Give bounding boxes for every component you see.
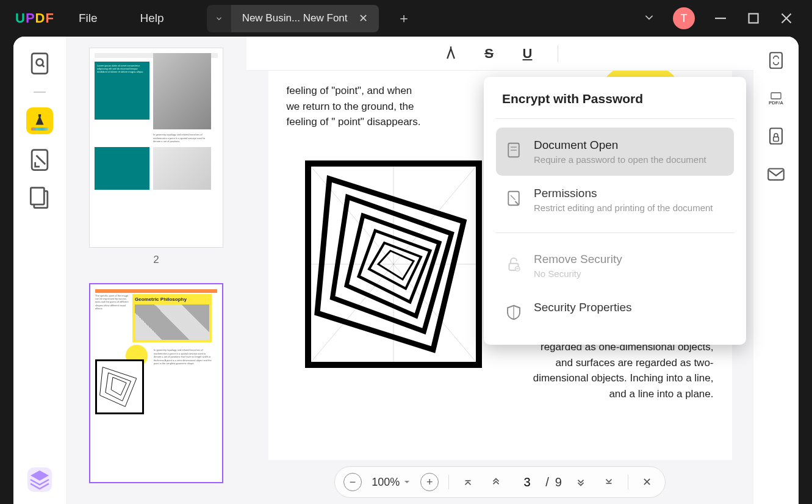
tab-group: New Busin... New Font ✕ ＋: [207, 0, 411, 37]
svg-rect-11: [770, 52, 782, 68]
total-pages: 9: [555, 475, 562, 489]
convert-icon[interactable]: [766, 50, 786, 71]
encrypt-panel: Encrypt with Password Document Open Requ…: [484, 77, 746, 345]
tab-active[interactable]: New Busin... New Font ✕: [231, 5, 379, 32]
menu-help[interactable]: Help: [140, 12, 164, 25]
zoom-level[interactable]: 100%: [372, 476, 411, 489]
search-tool[interactable]: [26, 50, 53, 77]
svg-rect-15: [768, 169, 784, 180]
option-text: Permissions Restrict editing and printin…: [534, 187, 713, 213]
tab-dropdown[interactable]: [207, 5, 231, 32]
window-close-button[interactable]: [779, 11, 794, 26]
avatar[interactable]: T: [673, 7, 695, 29]
svg-rect-14: [774, 137, 779, 141]
first-page-button[interactable]: [459, 473, 477, 491]
logo-u: U: [15, 10, 26, 26]
last-page-button[interactable]: [600, 473, 618, 491]
remove-security-option: Remove Security No Security: [496, 242, 734, 290]
doc-text-right: regarded as one-dimensional objects, and…: [531, 339, 714, 401]
svg-line-4: [42, 65, 45, 67]
workspace: Lorem ipsum dolor sit amet consectetur a…: [13, 37, 799, 504]
option-text: Document Open Require a password to open…: [534, 139, 706, 165]
page-indicator: / 9: [515, 475, 562, 489]
zoom-out-button[interactable]: −: [343, 473, 362, 491]
chevron-down-icon[interactable]: [644, 12, 655, 25]
option-subtitle: Require a password to open the document: [534, 154, 706, 165]
toolbar-separator: [558, 45, 558, 62]
shield-icon: [505, 303, 523, 322]
thumbnail-page-3[interactable]: The specific point of the image can be e…: [89, 283, 223, 483]
thumbnail-panel: Lorem ipsum dolor sit amet consectetur a…: [66, 37, 246, 504]
page-control-bar: − 100% + / 9 ✕: [334, 466, 666, 498]
prev-page-button[interactable]: [487, 473, 505, 491]
thumb-heading: Geometric Philosophy: [135, 297, 209, 302]
separator: [448, 475, 449, 489]
doc-toolbar: S U: [246, 37, 753, 71]
titlebar: UPDF File Help New Busin... New Font ✕ ＋…: [0, 0, 812, 37]
app-logo: UPDF: [15, 10, 54, 26]
pages-tool[interactable]: [26, 185, 53, 212]
unlock-icon: [505, 255, 523, 273]
menu-file[interactable]: File: [79, 12, 98, 25]
underline-icon[interactable]: U: [519, 45, 536, 62]
next-page-button[interactable]: [572, 473, 590, 491]
separator: [496, 118, 734, 119]
svg-rect-5: [38, 114, 41, 117]
tab-title: New Busin... New Font: [242, 12, 348, 24]
highlighter-icon[interactable]: [442, 45, 459, 62]
titlebar-right: T: [644, 7, 812, 29]
option-text: Remove Security No Security: [534, 253, 622, 279]
separator: [34, 92, 46, 93]
logo-d: D: [35, 10, 46, 26]
logo-f: F: [45, 10, 54, 26]
svg-rect-12: [771, 93, 781, 99]
zoom-in-button[interactable]: +: [420, 473, 439, 491]
close-icon[interactable]: ✕: [359, 12, 368, 25]
layers-button[interactable]: [27, 467, 52, 492]
document-open-option[interactable]: Document Open Require a password to open…: [496, 128, 734, 176]
close-controls-button[interactable]: ✕: [638, 473, 656, 491]
document-icon: [505, 141, 523, 159]
thumbnail-page-2[interactable]: Lorem ipsum dolor sit amet consectetur a…: [89, 48, 223, 248]
zoom-value: 100%: [372, 476, 400, 489]
logo-p: P: [26, 10, 35, 26]
maximize-button[interactable]: [746, 11, 761, 26]
doc-text-left: feeling of "point", and when we return t…: [287, 83, 421, 130]
svg-rect-1: [749, 14, 758, 23]
edit-tool[interactable]: [26, 146, 53, 173]
permissions-icon: [505, 189, 523, 207]
security-properties-option[interactable]: Security Properties: [496, 290, 734, 333]
highlighter-tool[interactable]: [26, 107, 53, 134]
new-tab-button[interactable]: ＋: [397, 9, 411, 27]
option-text: Security Properties: [534, 301, 632, 317]
thumbnail-content: Lorem ipsum dolor sit amet consectetur a…: [90, 48, 223, 195]
mail-icon[interactable]: [766, 164, 786, 184]
option-title: Document Open: [534, 139, 706, 152]
strikethrough-icon[interactable]: S: [481, 45, 498, 62]
right-sidebar: PDF/A: [753, 37, 799, 504]
svg-rect-2: [32, 54, 48, 74]
tool-sidebar: [13, 37, 66, 504]
thumbnail-content: The specific point of the image can be e…: [90, 284, 222, 420]
option-title: Remove Security: [534, 253, 622, 266]
geometric-image: [305, 160, 482, 368]
page-controls: − 100% + / 9 ✕: [246, 460, 753, 504]
lock-document-icon[interactable]: [766, 126, 786, 146]
thumbnail-label-2: 2: [89, 254, 223, 266]
encrypt-title: Encrypt with Password: [496, 92, 734, 106]
svg-rect-8: [31, 188, 44, 205]
option-title: Permissions: [534, 187, 713, 200]
permissions-option[interactable]: Permissions Restrict editing and printin…: [496, 176, 734, 224]
pdfa-icon[interactable]: PDF/A: [766, 88, 786, 109]
current-page-input[interactable]: [515, 475, 539, 489]
page-separator: /: [545, 475, 549, 489]
option-subtitle: No Security: [534, 268, 622, 279]
option-subtitle: Restrict editing and printing of the doc…: [534, 203, 713, 213]
pdfa-label: PDF/A: [769, 100, 783, 106]
option-title: Security Properties: [534, 301, 632, 314]
highlighter-color-bar: [31, 128, 48, 131]
separator: [628, 475, 628, 489]
minimize-button[interactable]: [713, 11, 728, 26]
separator: [496, 232, 734, 233]
